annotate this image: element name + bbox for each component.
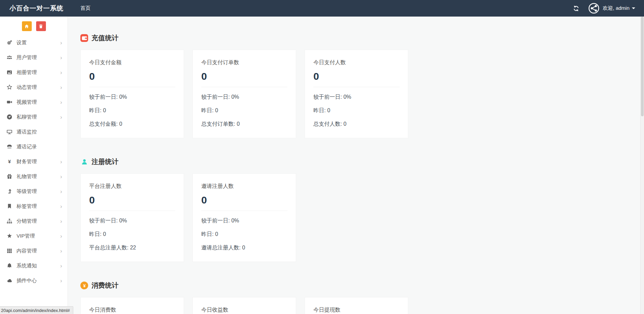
image-icon — [6, 69, 12, 75]
stat-row: 较于前一日: 0% — [89, 94, 175, 101]
stat-card: 今日收益数0较于前一日: 0% — [192, 297, 296, 314]
grid-icon — [6, 248, 12, 254]
chevron-right-icon: › — [60, 114, 62, 120]
sidebar-item-video-management[interactable]: 视频管理› — [0, 95, 68, 110]
card-row: 今日消费数0较于前一日: 0%今日收益数0较于前一日: 0%今日提现数0较于前一… — [80, 297, 644, 314]
sidebar-item-settings[interactable]: 设置› — [0, 35, 68, 50]
section-recharge-stats: 充值统计今日支付金额0较于前一日: 0%昨日: 0总支付金额: 0今日支付订单数… — [80, 33, 644, 138]
stat-label: 今日支付人数 — [313, 59, 400, 66]
section-header: 注册统计 — [80, 157, 644, 166]
sidebar-item-plugin-center[interactable]: 插件中心› — [0, 273, 68, 288]
welcome-text: 欢迎, admin — [603, 5, 629, 11]
stat-label: 今日支付订单数 — [201, 59, 287, 66]
divider — [89, 87, 175, 87]
stat-value: 0 — [89, 71, 175, 82]
sidebar-item-label: 视频管理 — [17, 99, 37, 105]
yen-icon — [6, 159, 12, 165]
stat-value: 0 — [201, 71, 287, 82]
sidebar-item-moments-management[interactable]: 动态管理› — [0, 80, 68, 95]
scrollbar-track[interactable] — [640, 17, 644, 314]
sidebar-item-vip-management[interactable]: VIP管理› — [0, 228, 68, 243]
bell-icon — [6, 263, 12, 269]
stat-card: 今日支付金额0较于前一日: 0%昨日: 0总支付金额: 0 — [80, 50, 184, 138]
chevron-right-icon: › — [60, 203, 62, 209]
sidebar-item-private-chat-management[interactable]: 私聊管理› — [0, 110, 68, 124]
sidebar-menu: 设置›用户管理›相册管理›动态管理›视频管理›私聊管理›通话监控通话记录财务管理… — [0, 33, 68, 288]
clear-button[interactable] — [36, 21, 46, 31]
star-outline-icon — [6, 84, 12, 90]
stat-label: 今日消费数 — [89, 307, 175, 314]
stat-card: 今日支付订单数0较于前一日: 0%昨日: 0总支付订单数: 0 — [192, 50, 296, 138]
stat-value: 0 — [201, 194, 287, 206]
stat-value: 0 — [89, 194, 175, 206]
section-consume-stats: 消费统计今日消费数0较于前一日: 0%今日收益数0较于前一日: 0%今日提现数0… — [80, 281, 644, 314]
stat-row: 昨日: 0 — [89, 107, 175, 114]
home-icon — [24, 24, 29, 29]
section-register-stats: 注册统计平台注册人数0较于前一日: 0%昨日: 0平台总注册人数: 22邀请注册… — [80, 157, 644, 262]
sidebar-item-distribution-management[interactable]: 分销管理› — [0, 214, 68, 228]
stat-row: 总支付订单数: 0 — [201, 121, 287, 128]
chevron-right-icon: › — [60, 248, 62, 254]
sidebar-item-gift-management[interactable]: 礼物管理› — [0, 169, 68, 184]
stat-row: 邀请总注册人数: 0 — [201, 244, 287, 251]
sidebar-item-label: 分销管理 — [17, 218, 37, 224]
sidebar-item-level-management[interactable]: 等级管理› — [0, 184, 68, 199]
sidebar-item-label: VIP管理 — [17, 233, 35, 239]
video-icon — [6, 99, 12, 105]
stat-card: 今日支付人数0较于前一日: 0%昨日: 0总支付人数: 0 — [305, 50, 408, 138]
sidebar-item-label: 动态管理 — [17, 84, 37, 91]
chevron-right-icon: › — [60, 189, 62, 194]
stat-row: 总支付金额: 0 — [89, 121, 175, 128]
divider — [201, 211, 287, 211]
main-content: 充值统计今日支付金额0较于前一日: 0%昨日: 0总支付金额: 0今日支付订单数… — [68, 17, 644, 314]
sidebar-item-content-management[interactable]: 内容管理› — [0, 243, 68, 258]
section-header: 消费统计 — [80, 281, 644, 290]
bookmark-icon — [6, 203, 12, 209]
chevron-right-icon: › — [60, 70, 62, 75]
chevron-right-icon: › — [60, 159, 62, 165]
sidebar-item-finance-management[interactable]: 财务管理› — [0, 154, 68, 169]
topbar-right: 欢迎, admin — [573, 3, 644, 14]
chevron-right-icon: › — [60, 40, 62, 46]
stat-label: 平台注册人数 — [89, 183, 175, 190]
gift-icon — [6, 173, 12, 179]
avatar[interactable] — [588, 3, 599, 14]
stat-card: 今日消费数0较于前一日: 0% — [80, 297, 184, 314]
sidebar-item-call-records[interactable]: 通话记录 — [0, 139, 68, 154]
phone-icon — [6, 144, 12, 150]
divider — [89, 211, 175, 211]
stat-row: 昨日: 0 — [201, 231, 287, 238]
desktop-icon — [6, 129, 12, 135]
stat-row: 总支付人数: 0 — [313, 121, 400, 128]
stat-label: 邀请注册人数 — [201, 183, 287, 190]
chevron-right-icon: › — [60, 218, 62, 224]
sidebar-item-label: 等级管理 — [17, 188, 37, 195]
home-button[interactable] — [22, 21, 32, 31]
chevron-right-icon: › — [60, 174, 62, 179]
send-icon — [6, 114, 12, 120]
stat-label: 今日支付金额 — [89, 59, 175, 66]
divider — [201, 87, 287, 87]
section-header: 充值统计 — [80, 33, 644, 43]
sidebar-item-label: 通话监控 — [17, 129, 37, 135]
refresh-icon[interactable] — [573, 5, 579, 12]
sidebar-item-system-notice[interactable]: 系统通知› — [0, 258, 68, 273]
sidebar-item-album-management[interactable]: 相册管理› — [0, 65, 68, 80]
sidebar-item-call-monitor[interactable]: 通话监控 — [0, 124, 68, 139]
stat-row: 昨日: 0 — [89, 231, 175, 238]
scrollbar-thumb[interactable] — [641, 17, 644, 116]
sidebar-actions — [0, 17, 68, 33]
sidebar-item-label: 财务管理 — [17, 159, 37, 165]
app-title[interactable]: 小百合一对一系统 — [0, 4, 68, 13]
yen-circle-icon — [80, 282, 88, 289]
user-icon — [80, 158, 88, 166]
nav-home[interactable]: 首页 — [68, 5, 91, 11]
divider — [313, 87, 400, 87]
gears-icon — [6, 40, 12, 46]
level-up-icon — [6, 188, 12, 194]
sidebar-item-tag-management[interactable]: 标签管理› — [0, 199, 68, 214]
sidebar-item-user-management[interactable]: 用户管理› — [0, 50, 68, 65]
stat-value: 0 — [313, 71, 400, 82]
stat-card: 平台注册人数0较于前一日: 0%昨日: 0平台总注册人数: 22 — [80, 173, 184, 262]
user-menu[interactable]: 欢迎, admin — [603, 5, 635, 11]
